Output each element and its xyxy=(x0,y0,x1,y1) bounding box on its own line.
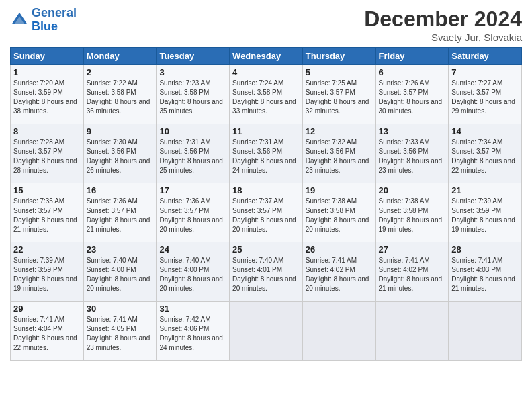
day-number: 27 xyxy=(379,244,446,255)
day-number: 22 xyxy=(13,244,81,255)
day-number: 3 xyxy=(159,67,226,77)
cell-info: Sunrise: 7:31 AM Sunset: 3:56 PM Dayligh… xyxy=(159,138,226,175)
day-number: 15 xyxy=(13,185,81,195)
day-number: 10 xyxy=(159,126,226,136)
calendar-cell: 12Sunrise: 7:32 AM Sunset: 3:56 PM Dayli… xyxy=(302,124,375,183)
day-number: 7 xyxy=(451,67,519,77)
calendar-cell: 26Sunrise: 7:41 AM Sunset: 4:02 PM Dayli… xyxy=(302,242,375,302)
cell-info: Sunrise: 7:30 AM Sunset: 3:56 PM Dayligh… xyxy=(87,138,154,175)
day-number: 14 xyxy=(451,126,519,136)
logo: General Blue xyxy=(10,7,77,34)
day-number: 28 xyxy=(451,244,519,255)
calendar-cell xyxy=(230,302,303,361)
weekday-header-thursday: Thursday xyxy=(302,48,375,65)
day-number: 16 xyxy=(87,185,154,195)
calendar-cell: 6Sunrise: 7:26 AM Sunset: 3:57 PM Daylig… xyxy=(375,65,449,124)
day-number: 17 xyxy=(159,185,226,195)
calendar-cell: 10Sunrise: 7:31 AM Sunset: 3:56 PM Dayli… xyxy=(157,124,230,183)
cell-info: Sunrise: 7:25 AM Sunset: 3:57 PM Dayligh… xyxy=(306,79,373,116)
calendar-cell: 29Sunrise: 7:41 AM Sunset: 4:04 PM Dayli… xyxy=(11,302,84,361)
cell-info: Sunrise: 7:22 AM Sunset: 3:58 PM Dayligh… xyxy=(87,79,154,116)
cell-info: Sunrise: 7:36 AM Sunset: 3:57 PM Dayligh… xyxy=(87,197,154,234)
day-number: 9 xyxy=(87,126,154,136)
weekday-header-saturday: Saturday xyxy=(449,48,522,65)
cell-info: Sunrise: 7:39 AM Sunset: 3:59 PM Dayligh… xyxy=(13,256,81,293)
calendar-cell: 28Sunrise: 7:41 AM Sunset: 4:03 PM Dayli… xyxy=(449,242,522,302)
day-number: 5 xyxy=(306,67,373,77)
calendar-cell: 5Sunrise: 7:25 AM Sunset: 3:57 PM Daylig… xyxy=(302,65,375,124)
day-number: 29 xyxy=(13,304,81,314)
day-number: 21 xyxy=(451,185,519,195)
cell-info: Sunrise: 7:41 AM Sunset: 4:02 PM Dayligh… xyxy=(379,256,446,293)
calendar-cell xyxy=(449,302,522,361)
cell-info: Sunrise: 7:26 AM Sunset: 3:57 PM Dayligh… xyxy=(379,79,446,116)
page: General Blue December 2024 Svaety Jur, S… xyxy=(0,0,532,411)
day-number: 4 xyxy=(232,67,300,77)
day-number: 18 xyxy=(232,185,300,195)
calendar-cell: 9Sunrise: 7:30 AM Sunset: 3:56 PM Daylig… xyxy=(83,124,157,183)
calendar-cell: 19Sunrise: 7:38 AM Sunset: 3:58 PM Dayli… xyxy=(302,183,375,242)
month-title: December 2024 xyxy=(364,7,522,32)
calendar-cell: 3Sunrise: 7:23 AM Sunset: 3:58 PM Daylig… xyxy=(157,65,230,124)
weekday-header-tuesday: Tuesday xyxy=(157,48,230,65)
calendar-cell: 15Sunrise: 7:35 AM Sunset: 3:57 PM Dayli… xyxy=(11,183,84,242)
calendar-cell xyxy=(375,302,449,361)
cell-info: Sunrise: 7:24 AM Sunset: 3:58 PM Dayligh… xyxy=(232,79,300,116)
weekday-header-wednesday: Wednesday xyxy=(230,48,303,65)
calendar-cell: 17Sunrise: 7:36 AM Sunset: 3:57 PM Dayli… xyxy=(157,183,230,242)
calendar-cell: 13Sunrise: 7:33 AM Sunset: 3:56 PM Dayli… xyxy=(375,124,449,183)
day-number: 12 xyxy=(306,126,373,136)
logo-icon xyxy=(10,11,29,30)
day-number: 30 xyxy=(87,304,154,314)
calendar-cell: 4Sunrise: 7:24 AM Sunset: 3:58 PM Daylig… xyxy=(230,65,303,124)
calendar-cell: 25Sunrise: 7:40 AM Sunset: 4:01 PM Dayli… xyxy=(230,242,303,302)
cell-info: Sunrise: 7:40 AM Sunset: 4:01 PM Dayligh… xyxy=(232,256,300,293)
day-number: 19 xyxy=(306,185,373,195)
cell-info: Sunrise: 7:36 AM Sunset: 3:57 PM Dayligh… xyxy=(159,197,226,234)
calendar-cell: 7Sunrise: 7:27 AM Sunset: 3:57 PM Daylig… xyxy=(449,65,522,124)
cell-info: Sunrise: 7:40 AM Sunset: 4:00 PM Dayligh… xyxy=(87,256,154,293)
day-number: 13 xyxy=(379,126,446,136)
day-number: 26 xyxy=(306,244,373,255)
day-number: 25 xyxy=(232,244,300,255)
calendar-cell: 24Sunrise: 7:40 AM Sunset: 4:00 PM Dayli… xyxy=(157,242,230,302)
logo-text: General Blue xyxy=(32,7,77,34)
calendar-cell xyxy=(302,302,375,361)
calendar-cell: 21Sunrise: 7:39 AM Sunset: 3:59 PM Dayli… xyxy=(449,183,522,242)
cell-info: Sunrise: 7:20 AM Sunset: 3:59 PM Dayligh… xyxy=(13,79,81,116)
cell-info: Sunrise: 7:41 AM Sunset: 4:04 PM Dayligh… xyxy=(13,315,81,353)
cell-info: Sunrise: 7:23 AM Sunset: 3:58 PM Dayligh… xyxy=(159,79,226,116)
day-number: 24 xyxy=(159,244,226,255)
cell-info: Sunrise: 7:38 AM Sunset: 3:58 PM Dayligh… xyxy=(379,197,446,234)
cell-info: Sunrise: 7:31 AM Sunset: 3:56 PM Dayligh… xyxy=(232,138,300,175)
calendar-cell: 20Sunrise: 7:38 AM Sunset: 3:58 PM Dayli… xyxy=(375,183,449,242)
day-number: 11 xyxy=(232,126,300,136)
day-number: 6 xyxy=(379,67,446,77)
cell-info: Sunrise: 7:41 AM Sunset: 4:05 PM Dayligh… xyxy=(87,315,154,353)
weekday-header-friday: Friday xyxy=(375,48,449,65)
cell-info: Sunrise: 7:32 AM Sunset: 3:56 PM Dayligh… xyxy=(306,138,373,175)
day-number: 1 xyxy=(13,67,81,77)
calendar-cell: 23Sunrise: 7:40 AM Sunset: 4:00 PM Dayli… xyxy=(83,242,157,302)
day-number: 8 xyxy=(13,126,81,136)
header: General Blue December 2024 Svaety Jur, S… xyxy=(10,7,522,43)
cell-info: Sunrise: 7:41 AM Sunset: 4:03 PM Dayligh… xyxy=(451,256,519,293)
cell-info: Sunrise: 7:28 AM Sunset: 3:57 PM Dayligh… xyxy=(13,138,81,175)
calendar-cell: 31Sunrise: 7:42 AM Sunset: 4:06 PM Dayli… xyxy=(157,302,230,361)
day-number: 23 xyxy=(87,244,154,255)
day-number: 2 xyxy=(87,67,154,77)
calendar: SundayMondayTuesdayWednesdayThursdayFrid… xyxy=(10,47,522,361)
calendar-cell: 16Sunrise: 7:36 AM Sunset: 3:57 PM Dayli… xyxy=(83,183,157,242)
day-number: 20 xyxy=(379,185,446,195)
calendar-cell: 11Sunrise: 7:31 AM Sunset: 3:56 PM Dayli… xyxy=(230,124,303,183)
weekday-header-monday: Monday xyxy=(83,48,157,65)
calendar-cell: 2Sunrise: 7:22 AM Sunset: 3:58 PM Daylig… xyxy=(83,65,157,124)
calendar-cell: 1Sunrise: 7:20 AM Sunset: 3:59 PM Daylig… xyxy=(11,65,84,124)
weekday-header-sunday: Sunday xyxy=(11,48,84,65)
calendar-cell: 22Sunrise: 7:39 AM Sunset: 3:59 PM Dayli… xyxy=(11,242,84,302)
calendar-cell: 30Sunrise: 7:41 AM Sunset: 4:05 PM Dayli… xyxy=(83,302,157,361)
cell-info: Sunrise: 7:40 AM Sunset: 4:00 PM Dayligh… xyxy=(159,256,226,293)
cell-info: Sunrise: 7:38 AM Sunset: 3:58 PM Dayligh… xyxy=(306,197,373,234)
cell-info: Sunrise: 7:33 AM Sunset: 3:56 PM Dayligh… xyxy=(379,138,446,175)
cell-info: Sunrise: 7:35 AM Sunset: 3:57 PM Dayligh… xyxy=(13,197,81,234)
